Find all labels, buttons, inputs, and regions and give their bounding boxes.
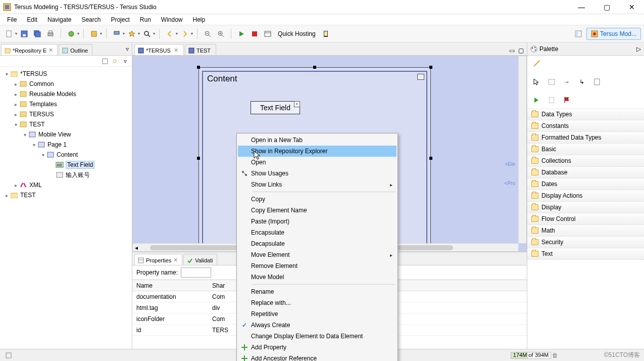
- save-button[interactable]: [18, 28, 30, 40]
- text-field-element[interactable]: Text Field +: [251, 101, 300, 114]
- palette-item-collections[interactable]: Collections: [527, 155, 644, 167]
- ctx-rename[interactable]: Rename: [238, 286, 397, 297]
- heap-status[interactable]: 174M of 394M 🗑: [511, 352, 558, 359]
- palette-list[interactable]: Data Types Constants Formatted Data Type…: [527, 109, 644, 349]
- palette-item-database[interactable]: Database: [527, 167, 644, 178]
- select-tool-icon[interactable]: [530, 76, 542, 88]
- palette-item-text[interactable]: Text: [527, 248, 644, 260]
- ctx-show-usages[interactable]: Show Usages: [238, 168, 397, 179]
- editor-tab-test[interactable]: TEST: [185, 44, 216, 55]
- tree-mobile-view[interactable]: Mobile View: [38, 131, 71, 138]
- collapse-all-icon[interactable]: [101, 55, 110, 67]
- new-button[interactable]: [3, 28, 15, 40]
- tree-xml[interactable]: XML: [29, 182, 42, 189]
- wizard-button[interactable]: [126, 28, 138, 40]
- tab-repository-explorer[interactable]: *Repository E ✕: [1, 44, 58, 55]
- palette-item-flow-control[interactable]: Flow Control: [527, 213, 644, 225]
- ctx-move-element[interactable]: Move Element▸: [238, 249, 397, 260]
- menu-help[interactable]: Help: [189, 15, 210, 24]
- tree-page1[interactable]: Page 1: [47, 141, 67, 148]
- ctx-open[interactable]: Open: [238, 157, 397, 168]
- tree-templates[interactable]: Templates: [29, 101, 57, 108]
- palette-item-formatted[interactable]: Formatted Data Types: [527, 132, 644, 144]
- config-button[interactable]: [111, 28, 123, 40]
- ctx-replace-with-[interactable]: Replace with...: [238, 297, 397, 308]
- run-button[interactable]: [235, 28, 247, 40]
- editor-tab-tersus[interactable]: *TERSUS ✕: [134, 44, 184, 55]
- menu-project[interactable]: Project: [107, 15, 133, 24]
- tree-common[interactable]: Common: [29, 80, 54, 87]
- run-tool-icon[interactable]: [530, 94, 542, 106]
- window-close-button[interactable]: ✕: [623, 3, 641, 11]
- ctx-repetitive[interactable]: Repetitive: [238, 308, 397, 320]
- perspective-tersus[interactable]: Tersus Mod...: [586, 28, 641, 40]
- palette-item-math[interactable]: Math: [527, 225, 644, 237]
- external-tools-button[interactable]: [88, 28, 100, 40]
- marquee-tool-icon[interactable]: [546, 76, 558, 88]
- minimize-box-icon[interactable]: [417, 74, 424, 80]
- status-icon[interactable]: [4, 349, 13, 362]
- wand-icon[interactable]: [530, 58, 542, 70]
- device-button[interactable]: [320, 28, 332, 40]
- menu-file[interactable]: File: [3, 15, 21, 24]
- link-editor-icon[interactable]: [111, 55, 120, 67]
- ctx-remove-element[interactable]: Remove Element: [238, 260, 397, 272]
- save-all-button[interactable]: [31, 28, 43, 40]
- property-name-input[interactable]: [181, 267, 211, 278]
- nav-back-button[interactable]: [164, 28, 176, 40]
- ctx-paste-import-[interactable]: Paste (Import): [238, 216, 397, 227]
- search-button[interactable]: [141, 28, 153, 40]
- menu-search[interactable]: Search: [77, 15, 105, 24]
- ctx-encapsulate[interactable]: Encapsulate: [238, 227, 397, 238]
- stop-button[interactable]: [249, 28, 261, 40]
- col-header-name[interactable]: Name: [132, 282, 208, 289]
- menu-navigate[interactable]: Navigate: [43, 15, 75, 24]
- minimize-view-icon[interactable]: ▭: [508, 44, 516, 57]
- arrow-tool-icon[interactable]: →: [561, 76, 573, 88]
- quick-hosting-button[interactable]: Quick Hosting: [275, 30, 319, 37]
- close-icon[interactable]: ✕: [173, 257, 178, 263]
- close-icon[interactable]: ✕: [174, 47, 178, 54]
- window-minimize-button[interactable]: —: [572, 3, 590, 11]
- repository-tree[interactable]: ▾*TERSUS ▸Common ▸Reusable Models ▸Templ…: [0, 67, 132, 349]
- palette-collapse-icon[interactable]: ▷: [636, 46, 641, 53]
- trash-icon[interactable]: 🗑: [552, 352, 558, 359]
- palette-item-display[interactable]: Display: [527, 202, 644, 213]
- palette-item-display-actions[interactable]: Display Actions: [527, 190, 644, 202]
- menu-edit[interactable]: Edit: [23, 15, 41, 24]
- zoom-in-button[interactable]: [215, 28, 227, 40]
- view-menu-icon[interactable]: ▿: [123, 43, 132, 55]
- open-perspective-button[interactable]: [572, 28, 584, 40]
- tree-root[interactable]: *TERSUS: [20, 70, 47, 77]
- ctx-change-display-element-to-data-element[interactable]: Change Display Element to Data Element: [238, 331, 397, 342]
- debug-button[interactable]: [65, 28, 77, 40]
- palette-item-basic[interactable]: Basic: [527, 144, 644, 155]
- menu-window[interactable]: Window: [157, 15, 187, 24]
- palette-item-dates[interactable]: Dates: [527, 178, 644, 190]
- ctx-show-links[interactable]: Show Links▸: [238, 179, 397, 190]
- tree-tersus[interactable]: TERSUS: [29, 111, 54, 118]
- ctx-show-in-repository-explorer[interactable]: Show in Repository Explorer: [238, 146, 397, 157]
- tree-input-account[interactable]: 输入账号: [66, 171, 90, 179]
- plus-icon[interactable]: +: [294, 101, 300, 107]
- menu-run[interactable]: Run: [136, 15, 155, 24]
- ctx-copy-element-name[interactable]: Copy Element Name: [238, 205, 397, 216]
- tree-text-field[interactable]: Text Field: [66, 161, 94, 169]
- maximize-view-icon[interactable]: ▢: [517, 44, 525, 57]
- flag-tool-icon[interactable]: [561, 94, 573, 106]
- ctx-open-in-a-new-tab[interactable]: Open in a New Tab: [238, 134, 397, 146]
- ctx-always-create[interactable]: ✓Always Create: [238, 320, 397, 331]
- print-button[interactable]: [44, 28, 57, 40]
- ctx-move-model[interactable]: Move Model: [238, 272, 397, 283]
- page-tool-icon[interactable]: [546, 94, 558, 106]
- connector-tool-icon[interactable]: ↳: [576, 76, 588, 88]
- window-maximize-button[interactable]: ▢: [598, 3, 616, 11]
- tree-test-project[interactable]: TEST: [20, 192, 36, 199]
- nav-forward-button[interactable]: [179, 28, 191, 40]
- palette-item-security[interactable]: Security: [527, 237, 644, 248]
- palette-item-data-types[interactable]: Data Types: [527, 109, 644, 120]
- vertical-scrollbar[interactable]: [518, 56, 526, 243]
- tree-content[interactable]: Content: [57, 151, 78, 158]
- tree-test[interactable]: TEST: [29, 121, 45, 128]
- note-tool-icon[interactable]: [591, 76, 603, 88]
